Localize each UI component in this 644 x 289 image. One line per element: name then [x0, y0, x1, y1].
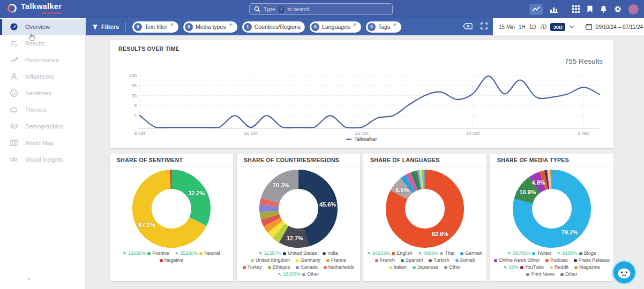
pin-icon [352, 22, 357, 27]
sentiment-donut-chart[interactable]: 32.2%67.2% [113, 168, 230, 249]
legend-label: Japanese [417, 264, 438, 271]
line-chart-icon[interactable] [529, 4, 543, 15]
legend-label: Podcast [550, 257, 568, 264]
grid-apps-icon[interactable] [572, 5, 580, 13]
legend-dot-icon [392, 252, 395, 255]
sidebar-item-performance[interactable]: Performance [0, 52, 85, 68]
sidebar-item-influencers[interactable]: Influencers [0, 69, 85, 85]
calendar-icon[interactable] [586, 24, 592, 30]
time-range-bar: 15 Min 1H 1D 7D 30D 09/10/24 – 07/11/24 [493, 18, 644, 35]
search-input[interactable]: Type / to search [249, 3, 393, 15]
legend-label: United Kingdom [256, 257, 290, 264]
legend-dot-icon [494, 259, 497, 262]
legend-item: Somali [455, 257, 475, 264]
sidebar-item-label: Sentiment [25, 90, 52, 96]
filters-button[interactable]: Filters [92, 24, 119, 30]
svg-text:9: 9 [134, 103, 137, 108]
countries-legend: ↖11367%United StatesIndiaUnited KingdomG… [237, 250, 360, 278]
legend-dot-icon [520, 266, 523, 269]
filters-label: Filters [101, 24, 119, 30]
sidebar-item-sentiment[interactable]: Sentiment [0, 85, 85, 101]
sidebar-item-results[interactable]: Results [0, 35, 85, 51]
sidebar-item-label: Themes [25, 107, 47, 113]
trend-arrow-icon: ↖ [175, 250, 179, 257]
brand[interactable]: Talkwalker part of Hootsuite [8, 3, 62, 14]
filter-pill-languages[interactable]: 0 Languages [310, 21, 361, 33]
media-types-donut-chart[interactable]: 79.2%10.9%4.8% [493, 168, 611, 249]
sidebar-item-themes[interactable]: Themes [0, 102, 85, 118]
legend-label: United States [288, 250, 317, 257]
results-icon [10, 39, 18, 48]
chat-assistant-button[interactable] [611, 259, 638, 288]
svg-text:82.8%: 82.8% [432, 231, 448, 237]
sidebar-item-label: Overview [25, 24, 50, 30]
time-range-7d[interactable]: 7D [540, 24, 547, 30]
legend-label: French [380, 257, 395, 264]
user-avatar[interactable] [628, 4, 639, 14]
svg-text:6 Nov: 6 Nov [578, 131, 590, 136]
clear-filters-icon[interactable] [463, 22, 473, 32]
legend-dot-icon [455, 259, 459, 262]
bell-icon[interactable] [600, 5, 607, 13]
legend-item: Magazine [574, 264, 600, 271]
sidebar-nav: Overview Results Performance Influencers… [0, 18, 86, 289]
legend-item: Negative [160, 257, 184, 264]
bookmark-icon[interactable] [587, 5, 593, 13]
legend-dot-icon [413, 266, 416, 269]
sidebar-collapse-chevron[interactable]: ‹ [28, 275, 30, 283]
legend-label: India [327, 250, 338, 257]
legend-label: Turkish [433, 257, 449, 264]
sidebar-item-overview[interactable]: Overview [0, 19, 85, 35]
results-count: 755 Results [565, 57, 603, 65]
countries-donut-chart[interactable]: 45.6%12.7%20.3% [239, 168, 357, 249]
time-range-30d-selected[interactable]: 30D [550, 23, 565, 31]
sidebar-item-demographics[interactable]: Demographics [0, 118, 85, 134]
legend-dot-icon [243, 266, 246, 269]
brand-subtitle: part of Hootsuite [21, 12, 62, 14]
results-line-chart[interactable]: 2930953009 Oct16 Oct23 Oct30 Oct6 Nov [118, 71, 605, 136]
trend-value: 59700% [513, 250, 530, 257]
filter-pill-text-filter[interactable]: 0 Text filter [132, 21, 178, 33]
legend-label: Other [307, 271, 319, 278]
svg-text:23 Oct: 23 Oct [355, 131, 369, 136]
legend-item: Italian [389, 264, 407, 271]
legend-label: Other [449, 264, 461, 271]
legend-item: German [460, 250, 483, 257]
filter-count-badge: 1 [244, 23, 252, 31]
time-range-1d[interactable]: 1D [529, 24, 536, 30]
sidebar-item-visual-insights[interactable]: Visual Insights [0, 151, 85, 168]
filter-pill-label: Media types [196, 24, 226, 30]
time-range-15min[interactable]: 15 Min [499, 24, 515, 30]
sidebar-item-world-map[interactable]: World Map [0, 135, 85, 151]
legend-dot-icon [574, 266, 578, 269]
legend-dot-icon [574, 259, 577, 262]
legend-row: ↖12050%Positive↖25250%Neutral [110, 250, 233, 257]
date-range[interactable]: 09/10/24 – 07/11/24 [596, 24, 643, 30]
demographics-icon [10, 122, 18, 131]
legend-dot-icon [532, 252, 535, 255]
svg-text:45.6%: 45.6% [319, 201, 336, 208]
legend-row: ↖20233%English↖4886%ThaiGerman [363, 250, 486, 257]
legend-dot-icon [324, 266, 327, 269]
legend-item: Reddit [550, 264, 568, 271]
time-range-1h[interactable]: 1H [519, 24, 526, 30]
svg-text:10.9%: 10.9% [519, 189, 536, 195]
legend-label: Ethiopia [273, 264, 290, 271]
search-icon [254, 6, 260, 12]
legend-dot-icon [147, 252, 151, 255]
languages-legend: ↖20233%English↖4886%ThaiGermanFrenchSpan… [363, 250, 486, 271]
filter-pill-countries-regions[interactable]: 1 Countries/Regions [242, 21, 305, 33]
gear-icon[interactable] [614, 5, 621, 13]
column-chart-icon[interactable] [550, 6, 558, 13]
legend-item: ↖8100%Blogs [557, 250, 596, 257]
legend-item: Spanish [401, 257, 423, 264]
search-placeholder-post: to search [287, 6, 309, 12]
filter-pill-media-types[interactable]: 0 Media types [183, 21, 237, 33]
legend-dot-icon [526, 273, 529, 276]
languages-donut-chart[interactable]: 82.8%6.5% [366, 168, 484, 249]
legend-item: ↖11367%United States [259, 250, 317, 257]
fullscreen-icon[interactable] [481, 22, 488, 32]
filter-count-badge: 0 [311, 23, 319, 31]
filter-pill-tags[interactable]: 0 Tags [366, 21, 401, 33]
chevron-down-icon[interactable] [569, 25, 574, 28]
